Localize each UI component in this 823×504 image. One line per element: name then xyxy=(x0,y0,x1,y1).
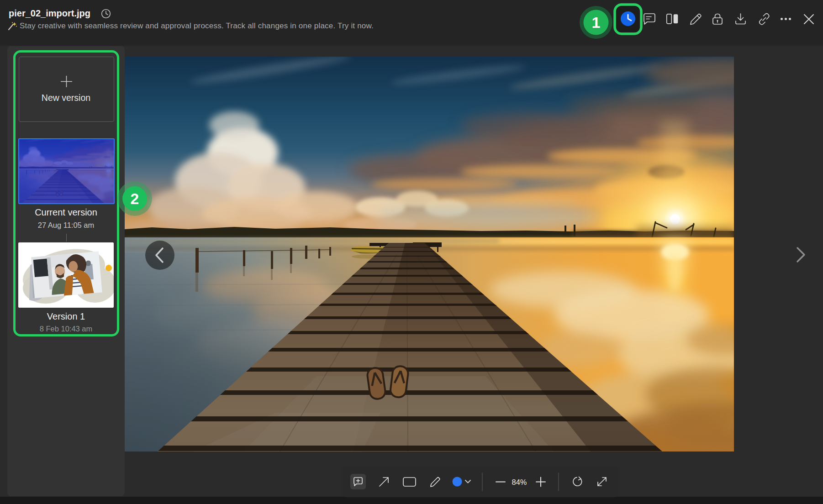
svg-text:2: 2 xyxy=(131,190,139,207)
svg-text:1: 1 xyxy=(592,14,601,31)
svg-text:84%: 84% xyxy=(512,478,527,486)
